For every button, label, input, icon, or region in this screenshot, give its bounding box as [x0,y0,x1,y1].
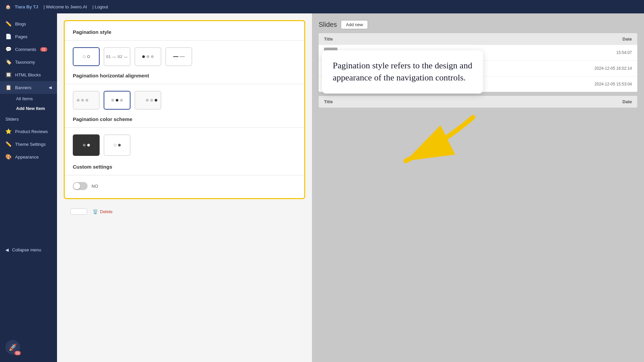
alignment-options [73,91,296,110]
cdot1 [83,144,86,146]
add-new-button[interactable]: Add new [341,20,368,29]
color-option-light[interactable] [104,134,130,156]
top-bar: 🏠 Tiara By TJ | Welcome to Jwero.AI | Lo… [0,0,644,13]
custom-settings-toggle[interactable] [73,182,88,190]
toggle-label: NO [92,184,98,189]
slides-title: Slides [319,21,337,28]
sidebar-label-banners: Banners [15,85,31,90]
logout-link[interactable]: | Logout [92,4,108,9]
sidebar-collapse[interactable]: ◀ Collapse menu [0,244,57,256]
sidebar-label-taxonomy: Taxonomy [15,60,35,65]
sidebar-label-comments: Comments [15,47,36,52]
adot2 [81,99,84,102]
adot5 [116,99,118,102]
color-scheme-options [73,134,296,156]
sidebar-label-html-blocks: HTML Blocks [15,72,41,77]
style-option-dots-outline[interactable] [73,47,100,66]
align-option-left[interactable] [73,91,100,110]
banners-icon: 📋 [5,84,12,90]
adot8 [150,99,153,102]
sidebar-item-blogs[interactable]: ✏️ Blogs [0,17,57,30]
align-option-center[interactable] [104,91,130,110]
align-option-right[interactable] [135,91,161,110]
sidebar-item-banners[interactable]: 📋 Banners ◀ [0,81,57,94]
toggle-knob [73,183,80,189]
content-area: Pagination style 01 — 02 — [57,13,644,362]
adot3 [86,99,88,102]
sidebar: ✏️ Blogs 📄 Pages 💬 Comments 31 🏷️ Taxono… [0,13,57,362]
num-dots-label: 01 — 02 — [106,55,128,59]
taxonomy-icon: 🏷️ [5,59,12,65]
adot7 [146,99,149,102]
left-panel: Pagination style 01 — 02 — [57,13,312,362]
adot9 [155,99,157,102]
settings-card: Pagination style 01 — 02 — [64,20,305,199]
sidebar-sub-banners: All Items Add New Item [0,94,57,113]
pagination-style-options: 01 — 02 — [73,47,296,66]
style-option-numbers[interactable]: 01 — 02 — [104,47,130,66]
slides-header: Slides Add new [319,20,637,29]
avatar[interactable]: 🚀 58 [5,340,20,355]
tooltip-balloon: Pagination style refers to the design an… [322,50,483,94]
row-date-2: 2024-12-05 16:02:14 [565,66,632,71]
col-title-header2: Title [324,99,565,104]
sidebar-label-pages: Pages [15,34,28,39]
sidebar-label-theme-settings: Theme Settings [15,142,46,147]
pagination-alignment-title: Pagination horizontal alignment [73,73,296,78]
tooltip-text: Pagination style refers to the design an… [333,60,472,84]
cdot4 [118,144,121,146]
site-name[interactable]: Tiara By TJ [15,4,38,9]
pagination-color-title: Pagination color scheme [73,116,296,122]
adot1 [77,99,79,102]
col-date-header2: Date [565,99,632,104]
slides-table-bottom: Title Date [319,96,637,108]
dot1 [83,55,86,58]
sidebar-item-sliders[interactable]: Sliders [0,113,57,125]
sidebar-label-appearance: Appearance [15,155,39,160]
theme-settings-icon: ✏️ [5,141,12,147]
sidebar-item-pages[interactable]: 📄 Pages [0,30,57,43]
adot4 [111,99,114,102]
custom-settings-title: Custom settings [73,164,296,170]
sidebar-item-comments[interactable]: 💬 Comments 31 [0,43,57,56]
sidebar-item-html-blocks[interactable]: 🔲 HTML Blocks [0,68,57,81]
delete-label: Delete [100,209,113,214]
color-option-dark[interactable] [73,134,100,156]
cdot3 [114,144,116,146]
blogs-icon: ✏️ [5,21,12,27]
sidebar-item-appearance[interactable]: 🎨 Appearance [0,150,57,163]
col-title-header: Title [324,37,565,42]
collapse-label: Collapse menu [12,247,41,252]
home-icon: 🏠 [5,4,11,9]
bottom-buttons: 🗑️ Delete [64,204,305,219]
sidebar-label-product-reviews: Product Reviews [15,129,48,134]
style-option-dash[interactable] [165,47,192,66]
delete-button[interactable]: 🗑️ Delete [93,209,113,214]
pages-icon: 📄 [5,34,12,40]
row-date-1: 15:54:07 [565,50,632,55]
sidebar-item-theme-settings[interactable]: ✏️ Theme Settings [0,138,57,150]
banners-arrow-icon: ◀ [49,85,52,90]
dot3 [142,55,145,58]
sidebar-item-taxonomy[interactable]: 🏷️ Taxonomy [0,56,57,68]
style-option-dots-filled[interactable] [135,47,161,66]
comments-badge: 31 [40,47,47,52]
dash2 [179,56,185,57]
collapse-icon: ◀ [5,247,9,252]
save-button[interactable] [70,208,87,215]
product-reviews-icon: ⭐ [5,128,12,134]
col-date-header: Date [565,37,632,42]
pagination-style-title: Pagination style [73,29,296,35]
dot2 [87,55,90,58]
right-panel: Slides Add new Title Date 15:54:07 [312,13,644,362]
dash1 [173,56,178,57]
sidebar-item-product-reviews[interactable]: ⭐ Product Reviews [0,125,57,138]
dot4 [147,55,149,58]
sidebar-sub-all-items[interactable]: All Items [11,94,57,104]
dot5 [151,55,154,58]
sidebar-sub-add-new-item[interactable]: Add New Item [11,104,57,113]
rocket-icon: 🚀 [9,343,17,351]
sidebar-label-blogs: Blogs [15,21,26,26]
comments-icon: 💬 [5,46,12,52]
delete-icon: 🗑️ [93,209,98,214]
